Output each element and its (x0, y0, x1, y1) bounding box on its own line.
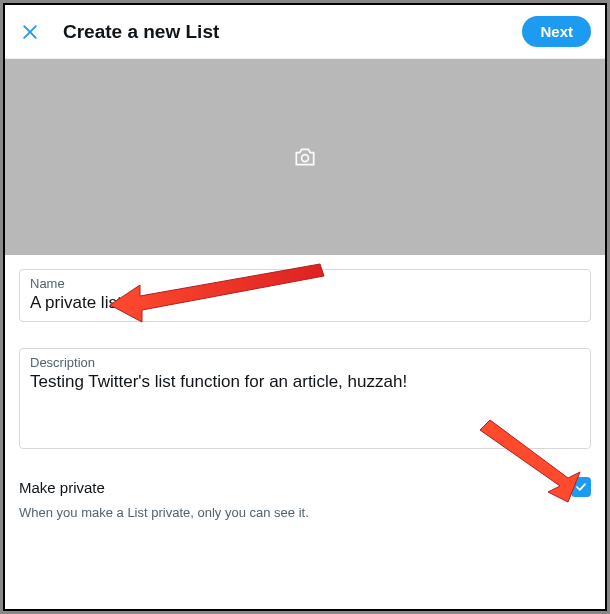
modal-title: Create a new List (63, 21, 500, 43)
private-label: Make private (19, 479, 105, 496)
description-field[interactable]: Description (19, 348, 591, 449)
form-area: Name Description (5, 255, 605, 449)
name-input[interactable] (30, 293, 580, 313)
name-label: Name (30, 276, 580, 291)
private-section: Make private When you make a List privat… (5, 477, 605, 520)
svg-point-2 (302, 155, 309, 162)
modal-header: Create a new List Next (5, 5, 605, 59)
close-icon (20, 22, 40, 42)
create-list-modal: Create a new List Next Name Description … (5, 5, 605, 609)
private-row: Make private (19, 477, 591, 497)
banner-upload-area[interactable] (5, 59, 605, 255)
name-field[interactable]: Name (19, 269, 591, 322)
description-input[interactable] (30, 372, 580, 436)
camera-icon (292, 144, 318, 170)
description-label: Description (30, 355, 580, 370)
private-hint: When you make a List private, only you c… (19, 505, 591, 520)
check-icon (574, 480, 588, 494)
private-checkbox[interactable] (571, 477, 591, 497)
next-button[interactable]: Next (522, 16, 591, 47)
close-button[interactable] (19, 21, 41, 43)
